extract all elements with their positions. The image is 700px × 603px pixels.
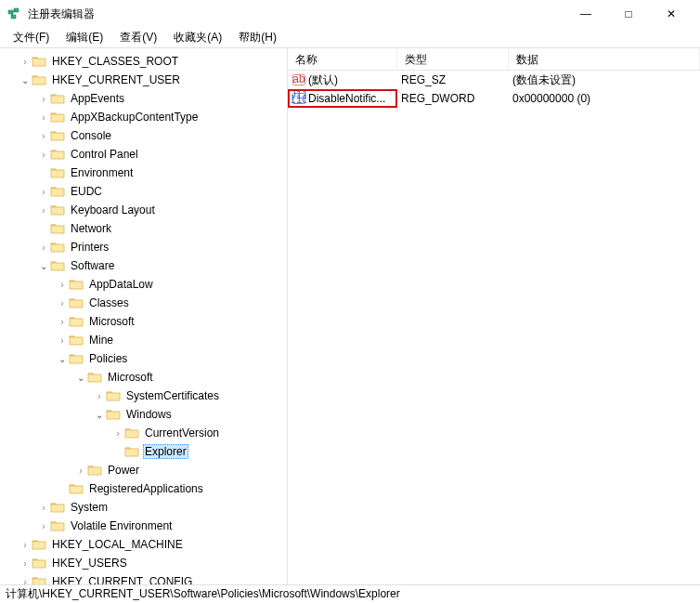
chevron-right-icon[interactable]: › bbox=[37, 94, 50, 104]
menu-favorites[interactable]: 收藏夹(A) bbox=[166, 28, 229, 47]
chevron-right-icon[interactable]: › bbox=[37, 131, 50, 141]
chevron-down-icon[interactable]: ⌄ bbox=[37, 261, 50, 271]
tree-item-hkcr[interactable]: ›HKEY_CLASSES_ROOT bbox=[0, 52, 287, 71]
tree-item-label: Windows bbox=[124, 407, 174, 422]
minimize-button[interactable]: — bbox=[564, 0, 607, 28]
chevron-down-icon[interactable]: ⌄ bbox=[74, 373, 87, 383]
chevron-right-icon[interactable]: › bbox=[37, 503, 50, 513]
tree-panel[interactable]: ›HKEY_CLASSES_ROOT⌄HKEY_CURRENT_USER›App… bbox=[0, 48, 288, 584]
chevron-down-icon[interactable]: ⌄ bbox=[19, 75, 32, 85]
chevron-right-icon[interactable]: › bbox=[56, 280, 69, 290]
value-row[interactable]: ab(默认)REG_SZ(数值未设置) bbox=[288, 71, 700, 89]
menu-help[interactable]: 帮助(H) bbox=[231, 28, 284, 47]
tree-item-environment[interactable]: Environment bbox=[0, 164, 287, 182]
folder-icon bbox=[106, 408, 121, 421]
chevron-down-icon[interactable]: ⌄ bbox=[93, 410, 106, 420]
tree-item-power[interactable]: ›Power bbox=[0, 461, 287, 479]
tree-item-label: Policies bbox=[87, 351, 129, 366]
tree-item-label: Microsoft bbox=[106, 370, 155, 385]
folder-icon bbox=[50, 111, 65, 124]
statusbar-path: 计算机\HKEY_CURRENT_USER\Software\Policies\… bbox=[6, 586, 400, 602]
tree-item-label: AppEvents bbox=[69, 91, 126, 106]
tree-item-keyboard[interactable]: ›Keyboard Layout bbox=[0, 201, 287, 219]
folder-icon bbox=[87, 464, 102, 477]
tree-item-label: EUDC bbox=[69, 184, 104, 199]
chevron-right-icon[interactable]: › bbox=[37, 521, 50, 531]
folder-icon bbox=[69, 278, 84, 291]
tree-item-eudc[interactable]: ›EUDC bbox=[0, 182, 287, 201]
statusbar: 计算机\HKEY_CURRENT_USER\Software\Policies\… bbox=[0, 584, 700, 603]
chevron-right-icon[interactable]: › bbox=[37, 150, 50, 160]
chevron-right-icon[interactable]: › bbox=[19, 558, 32, 569]
folder-icon bbox=[50, 501, 65, 514]
chevron-right-icon[interactable]: › bbox=[56, 335, 69, 346]
column-data[interactable]: 数据 bbox=[509, 48, 700, 70]
tree-item-policies_ms[interactable]: ⌄Microsoft bbox=[0, 368, 287, 387]
titlebar: 注册表编辑器 — □ ✕ bbox=[0, 0, 700, 28]
tree-item-currentversion[interactable]: ›CurrentVersion bbox=[0, 424, 287, 442]
chevron-right-icon[interactable]: › bbox=[37, 187, 50, 197]
folder-icon bbox=[124, 426, 139, 439]
chevron-right-icon[interactable]: › bbox=[19, 57, 32, 67]
tree-item-classes[interactable]: ›Classes bbox=[0, 294, 287, 312]
window-title: 注册表编辑器 bbox=[28, 7, 564, 22]
tree-item-hku[interactable]: ›HKEY_USERS bbox=[0, 554, 287, 572]
tree-item-mine[interactable]: ›Mine bbox=[0, 331, 287, 349]
folder-icon bbox=[50, 92, 65, 105]
tree-item-volenv[interactable]: ›Volatile Environment bbox=[0, 517, 287, 535]
tree-item-console[interactable]: ›Console bbox=[0, 126, 287, 145]
column-name[interactable]: 名称 bbox=[288, 48, 397, 70]
tree-item-label: Microsoft bbox=[87, 314, 136, 329]
tree-item-label: RegisteredApplications bbox=[87, 481, 205, 496]
content-area: ›HKEY_CLASSES_ROOT⌄HKEY_CURRENT_USER›App… bbox=[0, 48, 700, 584]
chevron-right-icon[interactable]: › bbox=[56, 317, 69, 327]
chevron-right-icon[interactable]: › bbox=[19, 540, 32, 550]
tree-item-appxbackup[interactable]: ›AppXBackupContentType bbox=[0, 108, 287, 126]
tree-item-appevents[interactable]: ›AppEvents bbox=[0, 89, 287, 108]
chevron-right-icon[interactable]: › bbox=[74, 465, 87, 476]
value-name-cell: 011110DisableNotific... bbox=[288, 89, 397, 108]
value-data: (数值未设置) bbox=[509, 72, 700, 88]
tree-item-hklm[interactable]: ›HKEY_LOCAL_MACHINE bbox=[0, 535, 287, 554]
chevron-right-icon[interactable]: › bbox=[111, 428, 124, 439]
folder-icon bbox=[69, 296, 84, 309]
chevron-right-icon[interactable]: › bbox=[37, 112, 50, 123]
close-button[interactable]: ✕ bbox=[650, 0, 693, 28]
svg-rect-2 bbox=[11, 15, 16, 19]
value-row[interactable]: 011110DisableNotific...REG_DWORD0x000000… bbox=[288, 89, 700, 108]
value-name: DisableNotific... bbox=[308, 92, 385, 105]
tree-item-windows[interactable]: ⌄Windows bbox=[0, 405, 287, 424]
tree-item-network[interactable]: Network bbox=[0, 219, 287, 238]
tree-item-label: Volatile Environment bbox=[69, 518, 174, 533]
chevron-right-icon[interactable]: › bbox=[19, 577, 32, 585]
tree-item-hkcu[interactable]: ⌄HKEY_CURRENT_USER bbox=[0, 71, 287, 89]
menubar: 文件(F) 编辑(E) 查看(V) 收藏夹(A) 帮助(H) bbox=[0, 28, 700, 48]
reg-string-icon: ab bbox=[292, 72, 306, 87]
tree-item-hkcc[interactable]: ›HKEY_CURRENT_CONFIG bbox=[0, 572, 287, 584]
menu-view[interactable]: 查看(V) bbox=[112, 28, 164, 47]
chevron-right-icon[interactable]: › bbox=[37, 243, 50, 253]
folder-icon bbox=[69, 482, 84, 495]
tree-item-microsoft[interactable]: ›Microsoft bbox=[0, 312, 287, 331]
menu-edit[interactable]: 编辑(E) bbox=[58, 28, 110, 47]
tree-item-printers[interactable]: ›Printers bbox=[0, 238, 287, 256]
tree-item-controlpanel[interactable]: ›Control Panel bbox=[0, 145, 287, 164]
tree-item-label: HKEY_CURRENT_USER bbox=[50, 72, 182, 87]
folder-icon bbox=[87, 371, 102, 384]
chevron-right-icon[interactable]: › bbox=[56, 298, 69, 308]
column-type[interactable]: 类型 bbox=[397, 48, 509, 70]
menu-file[interactable]: 文件(F) bbox=[6, 28, 57, 47]
tree-item-software[interactable]: ⌄Software bbox=[0, 256, 287, 275]
tree-item-appdatalow[interactable]: ›AppDataLow bbox=[0, 275, 287, 294]
chevron-right-icon[interactable]: › bbox=[37, 205, 50, 216]
maximize-button[interactable]: □ bbox=[607, 0, 650, 28]
tree-item-syscerts[interactable]: ›SystemCertificates bbox=[0, 387, 287, 405]
value-type: REG_DWORD bbox=[397, 92, 509, 105]
values-header: 名称 类型 数据 bbox=[288, 48, 700, 71]
tree-item-explorer[interactable]: Explorer bbox=[0, 442, 287, 461]
tree-item-policies[interactable]: ⌄Policies bbox=[0, 349, 287, 368]
chevron-right-icon[interactable]: › bbox=[93, 391, 106, 401]
chevron-down-icon[interactable]: ⌄ bbox=[56, 354, 69, 364]
tree-item-regapps[interactable]: RegisteredApplications bbox=[0, 479, 287, 498]
tree-item-system[interactable]: ›System bbox=[0, 498, 287, 517]
